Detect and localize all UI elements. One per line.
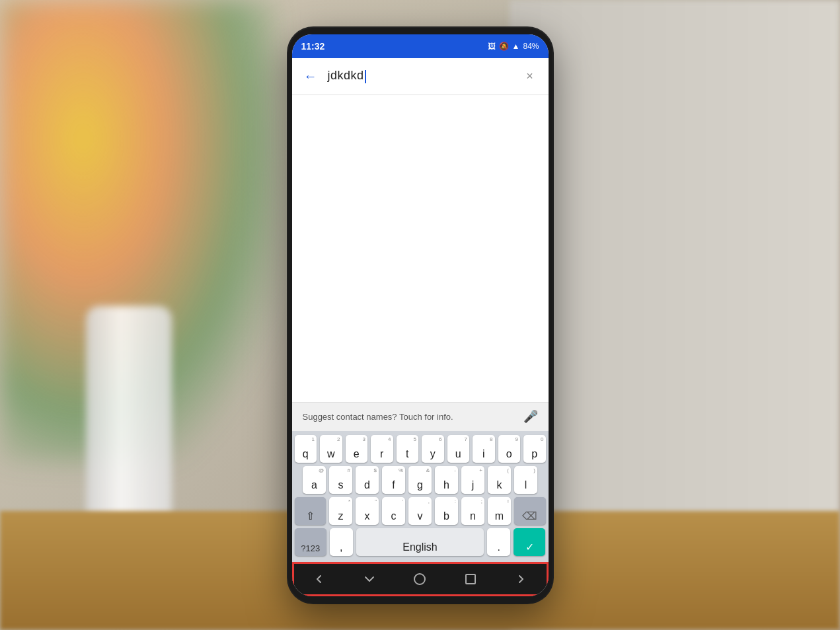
background-vase [86, 306, 172, 537]
key-s[interactable]: #s [329, 466, 352, 494]
nav-back-button[interactable] [303, 566, 335, 592]
key-d[interactable]: $d [356, 466, 379, 494]
key-b[interactable]: :b [435, 497, 458, 525]
key-e[interactable]: 3e [346, 435, 368, 463]
shift-key[interactable]: ⇧ [295, 497, 326, 525]
key-g[interactable]: &g [408, 466, 432, 494]
key-p[interactable]: 0p [523, 435, 546, 463]
key-w[interactable]: 2w [320, 435, 342, 463]
key-z[interactable]: *z [329, 497, 352, 525]
suggestion-bar[interactable]: Suggest contact names? Touch for info. 🎤 [292, 402, 549, 431]
back-button[interactable]: ← [300, 69, 321, 84]
recent-square-icon [465, 574, 476, 584]
search-bar: ← jdkdkd × [292, 58, 549, 95]
key-c[interactable]: 'c [382, 497, 405, 525]
comma-key[interactable]: , [330, 528, 353, 556]
phone-screen: 11:32 🖼 🔕 ▲ 84% ← jdkdkd × Suggest conta… [292, 34, 549, 596]
keyboard-row-2: @a #s $d %f &g -h +j (k )l [295, 466, 546, 494]
silent-icon: 🔕 [499, 42, 509, 51]
battery-indicator: 84% [523, 42, 539, 51]
keyboard: 1q 2w 3e 4r 5t 6y 7u 8i 9o 0p @a #s $d %… [292, 431, 549, 562]
key-o[interactable]: 9o [498, 435, 521, 463]
key-r[interactable]: 4r [371, 435, 393, 463]
key-x[interactable]: "x [356, 497, 379, 525]
mic-icon[interactable]: 🎤 [523, 409, 538, 424]
key-f[interactable]: %f [382, 466, 405, 494]
search-text: jdkdkd [328, 69, 364, 82]
key-n[interactable]: ;n [461, 497, 484, 525]
key-y[interactable]: 6y [422, 435, 444, 463]
numbers-key[interactable]: ?123 [295, 528, 326, 556]
navigation-bar [292, 562, 549, 596]
nav-forward-button[interactable] [505, 566, 537, 592]
nav-home-button[interactable] [404, 566, 436, 592]
keyboard-row-3: ⇧ *z "x 'c ,v :b ;n !m ⌫ [295, 497, 546, 525]
image-notification-icon: 🖼 [488, 42, 496, 51]
keyboard-row-1: 1q 2w 3e 4r 5t 6y 7u 8i 9o 0p [295, 435, 546, 463]
enter-key[interactable]: ✓ [514, 528, 545, 556]
key-k[interactable]: (k [488, 466, 511, 494]
home-circle-icon [414, 573, 426, 585]
key-h[interactable]: -h [435, 466, 458, 494]
clear-button[interactable]: × [519, 69, 541, 83]
search-input[interactable]: jdkdkd [328, 69, 519, 83]
key-m[interactable]: !m [488, 497, 511, 525]
status-icons: 🖼 🔕 ▲ 84% [488, 42, 539, 51]
key-u[interactable]: 7u [447, 435, 470, 463]
search-results-area [292, 95, 549, 402]
status-bar: 11:32 🖼 🔕 ▲ 84% [292, 34, 549, 58]
key-a[interactable]: @a [303, 466, 326, 494]
phone-device: 11:32 🖼 🔕 ▲ 84% ← jdkdkd × Suggest conta… [288, 28, 553, 603]
key-l[interactable]: )l [514, 466, 537, 494]
text-cursor [365, 70, 366, 83]
suggestion-text: Suggest contact names? Touch for info. [303, 412, 523, 422]
nav-down-button[interactable] [354, 566, 385, 592]
key-v[interactable]: ,v [408, 497, 432, 525]
key-j[interactable]: +j [461, 466, 484, 494]
key-q[interactable]: 1q [295, 435, 317, 463]
keyboard-row-bottom: ?123 , English . ✓ [295, 528, 546, 556]
nav-recent-button[interactable] [455, 566, 486, 592]
status-time: 11:32 [301, 41, 325, 52]
key-i[interactable]: 8i [473, 435, 495, 463]
key-t[interactable]: 5t [397, 435, 419, 463]
backspace-key[interactable]: ⌫ [514, 497, 546, 525]
period-key[interactable]: . [487, 528, 510, 556]
space-key[interactable]: English [356, 528, 484, 556]
wifi-icon: ▲ [512, 42, 520, 51]
